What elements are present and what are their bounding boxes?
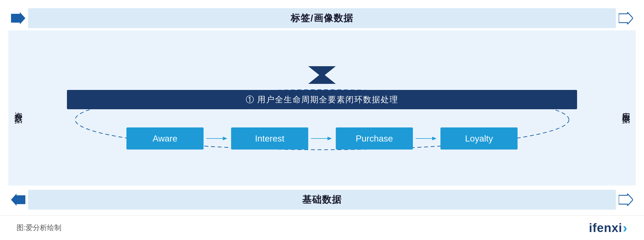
arrow-icon-3 <box>416 134 438 143</box>
svg-marker-0 <box>11 12 25 24</box>
top-right-arrow-area <box>616 12 636 24</box>
flow-arrow-3 <box>413 134 440 143</box>
diagram-wrapper: 标签/画像数据 资产数据 <box>0 0 644 212</box>
bottom-bar: 基础数据 <box>28 190 616 210</box>
footer: 图:爱分析绘制 ifenxi› <box>0 215 644 240</box>
flow-row: Aware Interest <box>67 127 577 150</box>
arrow-right-outline-2-icon <box>619 194 633 206</box>
arrow-icon-1 <box>206 134 228 143</box>
bottom-bar-label: 基础数据 <box>302 193 342 206</box>
flow-box-interest: Interest <box>231 127 308 150</box>
logo: ifenxi› <box>589 220 627 235</box>
flow-box-purchase: Purchase <box>336 127 413 150</box>
bottom-left-arrow-area <box>8 194 28 206</box>
inner-content: ① 用户全生命周期全要素闭环数据处理 Aware <box>45 90 599 150</box>
flow-box-loyalty: Loyalty <box>440 127 518 150</box>
bottom-bar-row: 基础数据 <box>8 190 636 210</box>
flow-box-aware: Aware <box>126 127 204 150</box>
svg-marker-7 <box>328 137 332 140</box>
top-left-arrow-area <box>8 12 28 24</box>
svg-marker-11 <box>619 194 633 206</box>
top-bar-label: 标签/画像数据 <box>291 12 353 25</box>
svg-marker-10 <box>11 194 25 206</box>
dark-bar: ① 用户全生命周期全要素闭环数据处理 <box>67 90 577 109</box>
arrow-right-solid-icon <box>11 12 25 24</box>
center-content: ① 用户全生命周期全要素闭环数据处理 Aware <box>28 30 616 185</box>
left-side-label: 资产数据 <box>8 30 28 185</box>
dark-bar-text: ① 用户全生命周期全要素闭环数据处理 <box>246 94 398 105</box>
diamond-shape-area <box>308 66 336 85</box>
middle-section: 资产数据 ① 用户全生命周期 <box>8 30 636 185</box>
svg-marker-5 <box>223 137 227 140</box>
top-bar-row: 标签/画像数据 <box>8 8 636 28</box>
arrow-left-solid-icon <box>11 194 25 206</box>
main-container: 标签/画像数据 资产数据 <box>0 0 644 240</box>
bowtie-icon <box>308 66 336 84</box>
top-bar: 标签/画像数据 <box>28 8 616 28</box>
bottom-right-arrow-area <box>616 194 636 206</box>
svg-marker-1 <box>619 12 633 24</box>
flow-arrow-2 <box>308 134 336 143</box>
right-side-label: 应用数据 <box>616 30 636 185</box>
arrow-right-outline-icon <box>619 12 633 24</box>
svg-marker-9 <box>432 137 437 140</box>
arrow-icon-2 <box>311 134 333 143</box>
footer-caption: 图:爱分析绘制 <box>17 223 61 233</box>
svg-marker-2 <box>308 66 336 84</box>
logo-word: ifenxi <box>589 221 622 235</box>
flow-arrow-1 <box>204 134 231 143</box>
logo-arrow-icon: › <box>623 220 627 235</box>
